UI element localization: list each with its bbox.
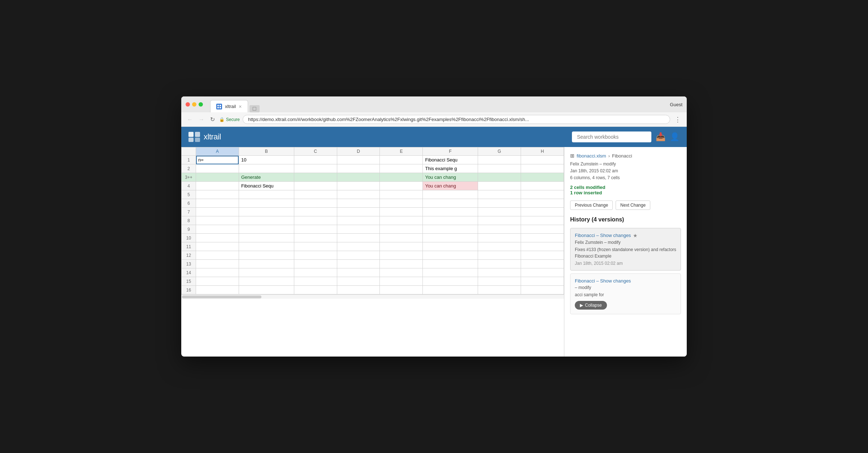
cell-f4[interactable]: You can chang (423, 182, 478, 190)
table-row: 10 (182, 234, 564, 242)
cell-d2[interactable] (337, 164, 380, 173)
table-row: 6 (182, 199, 564, 208)
logo[interactable]: xltrail (188, 132, 221, 142)
history-item-2: Fibonacci – Show changes – modify acci s… (570, 273, 681, 314)
cell-e1[interactable] (380, 156, 423, 164)
cell-e3[interactable] (380, 173, 423, 182)
cell-d4[interactable] (337, 182, 380, 190)
commit-date: Jan 18th, 2015 02:02 am (570, 168, 618, 173)
cell-b3[interactable]: Generate (239, 173, 294, 182)
cell-g3[interactable] (478, 173, 521, 182)
cell-h2[interactable] (521, 164, 564, 173)
guest-label: Guest (670, 102, 682, 107)
svg-rect-1 (220, 105, 221, 106)
col-header-d[interactable]: D (337, 147, 380, 156)
cell-a3[interactable] (196, 173, 239, 182)
row-number-inserted: 3++ (182, 173, 196, 182)
forward-button[interactable]: → (197, 115, 206, 124)
table-row: 9 (182, 225, 564, 234)
col-header-c[interactable]: C (294, 147, 337, 156)
cell-f1[interactable]: Fibonacci Sequ (423, 156, 478, 164)
collapse-button[interactable]: ▶ Collapse (575, 301, 607, 310)
back-button[interactable]: ← (186, 115, 194, 124)
title-bar: xltrail × □ Guest (181, 96, 687, 112)
secure-badge: 🔒 Secure (219, 117, 240, 122)
spreadsheet-area[interactable]: A B C D E F G H 1 n= 10 (181, 147, 564, 357)
cell-d3[interactable] (337, 173, 380, 182)
horizontal-scrollbar[interactable] (181, 294, 564, 299)
history-item-1: Fibonacci – Show changes ★ Felix Zumstei… (570, 228, 681, 271)
cell-b4[interactable]: Fibonacci Sequ (239, 182, 294, 190)
svg-rect-3 (220, 107, 221, 108)
search-workbooks-input[interactable] (572, 131, 651, 142)
table-row: 3++ Generate You can chang (182, 173, 564, 182)
close-button[interactable] (186, 102, 190, 107)
cell-a2[interactable] (196, 164, 239, 173)
cell-c3[interactable] (294, 173, 337, 182)
cell-g4[interactable] (478, 182, 521, 190)
cell-b2[interactable] (239, 164, 294, 173)
cell-c4[interactable] (294, 182, 337, 190)
svg-rect-0 (217, 105, 219, 106)
cell-c2[interactable] (294, 164, 337, 173)
main-content: A B C D E F G H 1 n= 10 (181, 147, 687, 357)
cell-a4[interactable] (196, 182, 239, 190)
scrollbar-thumb[interactable] (182, 295, 261, 298)
cell-f3[interactable]: You can chang (423, 173, 478, 182)
browser-menu-button[interactable]: ⋮ (673, 114, 682, 125)
workbook-link[interactable]: fibonacci.xlsm (577, 153, 606, 159)
commit-stats: 6 columns, 4 rows, 7 cells (570, 175, 620, 180)
previous-change-button[interactable]: Previous Change (570, 200, 613, 210)
col-header-a[interactable]: A (196, 147, 239, 156)
user-profile-icon[interactable]: 👤 (670, 132, 680, 142)
col-header-h[interactable]: H (521, 147, 564, 156)
table-row: 14 (182, 268, 564, 277)
browser-tab[interactable]: xltrail × (210, 100, 248, 112)
table-row: 13 (182, 260, 564, 268)
cell-a1[interactable]: n= (196, 156, 239, 164)
minimize-button[interactable] (192, 102, 196, 107)
change-navigation: Previous Change Next Change (570, 200, 681, 210)
new-tab-button[interactable]: □ (249, 105, 260, 112)
cell-e2[interactable] (380, 164, 423, 173)
sheet-name: Fibonacci (612, 153, 632, 159)
table-row: 1 n= 10 Fibonacci Sequ (182, 156, 564, 164)
col-header-f[interactable]: F (423, 147, 478, 156)
col-header-b[interactable]: B (239, 147, 294, 156)
cell-g2[interactable] (478, 164, 521, 173)
table-row: 12 (182, 251, 564, 260)
history-desc-2: acci sample for (575, 292, 676, 298)
tab-close-button[interactable]: × (239, 104, 242, 109)
cell-d1[interactable] (337, 156, 380, 164)
row-inserted: 1 row inserted (570, 190, 681, 195)
cell-g1[interactable] (478, 156, 521, 164)
next-change-button[interactable]: Next Change (616, 200, 650, 210)
table-row: 15 (182, 277, 564, 286)
notifications-icon[interactable]: 📥 (656, 132, 665, 142)
logo-text: xltrail (204, 132, 221, 142)
table-row: 7 (182, 208, 564, 216)
app-header: xltrail 📥 👤 (181, 127, 687, 147)
refresh-button[interactable]: ↻ (209, 115, 216, 124)
history-item-title-2: Fibonacci – Show changes (575, 278, 676, 284)
cell-h1[interactable] (521, 156, 564, 164)
maximize-button[interactable] (199, 102, 203, 107)
table-row: 5 (182, 190, 564, 199)
cells-modified: 2 cells modified (570, 185, 681, 190)
history-author-2: – modify (575, 285, 676, 290)
col-header-g[interactable]: G (478, 147, 521, 156)
cell-h4[interactable] (521, 182, 564, 190)
header-search-area: 📥 👤 (572, 131, 680, 142)
history-link-1[interactable]: Fibonacci – Show changes (575, 233, 631, 238)
url-bar[interactable] (243, 115, 670, 124)
cell-f2[interactable]: This example g (423, 164, 478, 173)
history-link-2[interactable]: Fibonacci – Show changes (575, 278, 631, 284)
cell-h3[interactable] (521, 173, 564, 182)
col-header-e[interactable]: E (380, 147, 423, 156)
cell-c1[interactable] (294, 156, 337, 164)
history-desc-1: Fixes #133 (frozen standalone version) a… (575, 246, 676, 259)
star-icon[interactable]: ★ (633, 233, 638, 238)
cell-e4[interactable] (380, 182, 423, 190)
collapse-icon: ▶ (580, 303, 583, 308)
cell-b1[interactable]: 10 (239, 156, 294, 164)
